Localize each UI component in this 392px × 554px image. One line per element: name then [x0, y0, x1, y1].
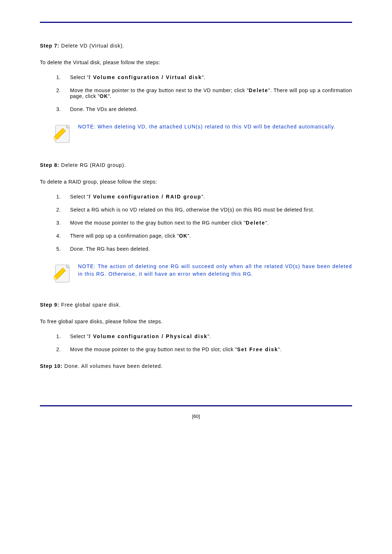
item-number: 2. [56, 346, 61, 352]
item-text-post: ". [201, 194, 205, 200]
list-item: 1. Select "/ Volume configuration / RAID… [56, 194, 352, 200]
list-item: 2. Move the mouse pointer to the gray bu… [56, 346, 352, 352]
item-text: Move the mouse pointer to the gray butto… [70, 346, 237, 352]
step8-rest: Delete RG (RAID group). [60, 162, 126, 168]
item-text: ". [187, 233, 191, 239]
item-path: / Volume configuration / Physical disk [89, 333, 208, 339]
step9-label: Step 9: [40, 302, 60, 308]
list-item: 2. Move the mouse pointer to the gray bu… [56, 87, 352, 99]
item-text: Move the mouse pointer to the gray butto… [70, 87, 249, 93]
item-ok: OK [179, 233, 187, 239]
list-item: 3. Move the mouse pointer to the gray bu… [56, 220, 352, 226]
item-text: Move the mouse pointer to the gray butto… [70, 220, 246, 226]
item-text: Done. The RG has been deleted. [70, 246, 150, 252]
list-item: 1. Select "/ Volume configuration / Virt… [56, 74, 352, 80]
list-item: 4. There will pop up a confirmation page… [56, 233, 352, 239]
item-text-pre: Select " [70, 194, 89, 200]
step8-list: 1. Select "/ Volume configuration / RAID… [40, 194, 352, 252]
step7-intro: To delete the Virtual disk, please follo… [40, 59, 352, 65]
item-text: Done. The VDs are deleted. [70, 106, 138, 112]
item-text-pre: Select " [70, 333, 89, 339]
step9-list: 1. Select "/ Volume configuration / Phys… [40, 333, 352, 352]
item-action: Delete [246, 220, 265, 226]
step10-label: Step 10: [40, 363, 62, 369]
page-number: [60] [40, 414, 352, 419]
item-number: 1. [56, 74, 61, 80]
step8-note: NOTE: The action of deleting one RG will… [53, 263, 352, 284]
item-text-post: ". [208, 333, 211, 339]
list-item: 5. Done. The RG has been deleted. [56, 246, 352, 252]
step7-note: NOTE: When deleting VD, the attached LUN… [53, 123, 352, 144]
item-number: 3. [56, 106, 61, 112]
note-text: NOTE: When deleting VD, the attached LUN… [78, 123, 335, 131]
footer-divider [40, 405, 352, 406]
item-number: 4. [56, 233, 61, 239]
list-item: 3. Done. The VDs are deleted. [56, 106, 352, 112]
step8-intro: To delete a RAID group, please follow th… [40, 179, 352, 185]
item-text: There will pop up a confirmation page, c… [70, 233, 179, 239]
item-number: 1. [56, 194, 61, 200]
item-action: Delete [249, 87, 268, 93]
item-text: ". [278, 346, 282, 352]
item-number: 1. [56, 333, 61, 339]
list-item: 2. Select a RG which is no VD related on… [56, 207, 352, 213]
step7-list: 1. Select "/ Volume configuration / Virt… [40, 74, 352, 112]
item-text: ". [108, 93, 112, 99]
item-text: ". [265, 220, 269, 226]
step7-label: Step 7: [40, 43, 60, 49]
note-pencil-icon [53, 263, 72, 284]
step9-intro: To free global spare disks, please follo… [40, 319, 352, 324]
item-text-post: ". [202, 74, 205, 80]
step9-title: Step 9: Free global spare disk. [40, 302, 352, 308]
step7-rest: Delete VD (Virtual disk). [60, 43, 124, 49]
list-item: 1. Select "/ Volume configuration / Phys… [56, 333, 352, 339]
item-number: 2. [56, 207, 61, 213]
item-number: 3. [56, 220, 61, 226]
step10-rest: Done. All volumes have been deleted. [62, 363, 163, 369]
item-text-pre: Select " [70, 74, 89, 80]
item-number: 2. [56, 87, 61, 93]
item-path: / Volume configuration / RAID group [89, 194, 201, 200]
step7-title: Step 7: Delete VD (Virtual disk). [40, 43, 352, 49]
item-action: Set Free disk [237, 346, 278, 352]
item-text: Select a RG which is no VD related on th… [70, 207, 314, 213]
item-path: / Volume configuration / Virtual disk [89, 74, 202, 80]
item-ok: OK [100, 93, 108, 99]
step8-label: Step 8: [40, 162, 60, 168]
header-divider [40, 22, 352, 23]
step8-title: Step 8: Delete RG (RAID group). [40, 162, 352, 168]
note-pencil-icon [53, 123, 72, 144]
note-text: NOTE: The action of deleting one RG will… [78, 263, 352, 278]
step9-rest: Free global spare disk. [60, 302, 121, 308]
step10-title: Step 10: Done. All volumes have been del… [40, 363, 352, 369]
item-number: 5. [56, 246, 61, 252]
